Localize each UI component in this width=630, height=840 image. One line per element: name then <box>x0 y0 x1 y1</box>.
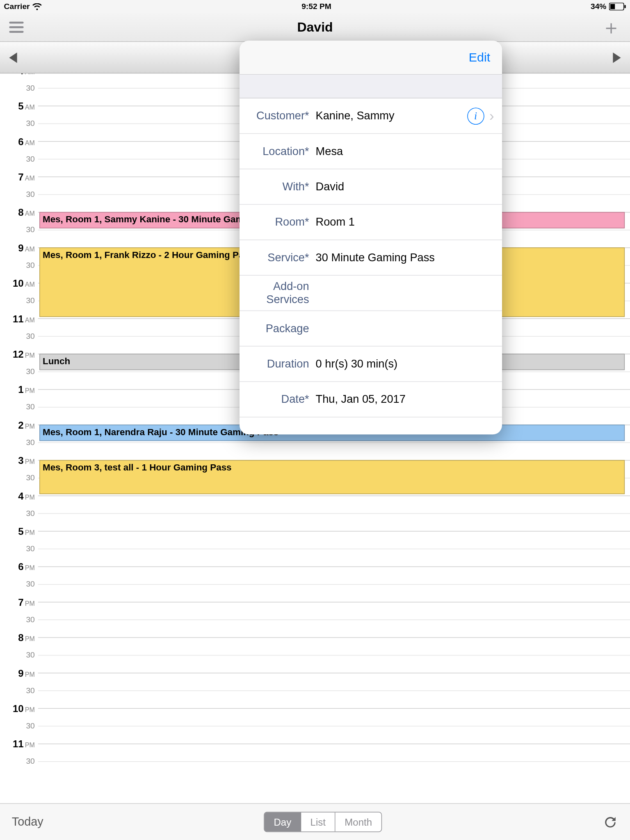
detail-row: Service*30 Minute Gaming Pass <box>240 240 502 276</box>
edit-button[interactable]: Edit <box>469 50 490 64</box>
detail-row-value: David <box>316 180 494 193</box>
half-hour-label: 30 <box>0 544 35 553</box>
hour-label: 6AM <box>0 136 35 147</box>
battery-percent: 34% <box>591 2 606 11</box>
carrier-label: Carrier <box>4 2 30 11</box>
detail-row-label: Service* <box>251 251 316 264</box>
half-hour-label: 30 <box>0 83 35 92</box>
battery-icon <box>609 2 626 10</box>
wifi-icon <box>32 3 42 10</box>
bottom-toolbar: Today DayListMonth <box>0 803 630 840</box>
add-button[interactable]: ＋ <box>601 17 621 37</box>
detail-row: Date*Thu, Jan 05, 2017 <box>240 382 502 417</box>
nav-bar: David ＋ <box>0 13 630 42</box>
calendar-event[interactable]: Mes, Room 3, test all - 1 Hour Gaming Pa… <box>39 460 625 494</box>
hour-label: 4PM <box>0 490 35 501</box>
segment-month[interactable]: Month <box>336 813 381 831</box>
detail-row-value: Thu, Jan 05, 2017 <box>316 393 494 406</box>
popover-section-gap <box>240 75 502 98</box>
hour-label: 10PM <box>0 703 35 714</box>
hour-label: 6PM <box>0 561 35 572</box>
detail-row-value: 0 hr(s) 30 min(s) <box>316 357 494 370</box>
detail-row: Duration0 hr(s) 30 min(s) <box>240 347 502 382</box>
half-hour-label: 30 <box>0 757 35 766</box>
half-hour-label: 30 <box>0 367 35 376</box>
half-hour-label: 30 <box>0 438 35 447</box>
detail-row-label: Package <box>251 322 316 335</box>
hour-label: 2PM <box>0 419 35 430</box>
hour-label: 9PM <box>0 667 35 678</box>
half-hour-label: 30 <box>0 260 35 269</box>
hour-label: 12PM <box>0 349 35 360</box>
svg-rect-1 <box>610 4 615 9</box>
half-hour-label: 30 <box>0 154 35 163</box>
detail-row-value: Room 1 <box>316 216 494 229</box>
today-button[interactable]: Today <box>12 815 43 829</box>
detail-row-label: Add-on Services <box>251 280 316 306</box>
half-hour-label: 30 <box>0 119 35 128</box>
view-segmented-control[interactable]: DayListMonth <box>264 812 382 832</box>
hour-label: 1PM <box>0 384 35 395</box>
half-hour-label: 30 <box>0 721 35 730</box>
detail-row: Add-on Services <box>240 276 502 311</box>
detail-row-label: Location* <box>251 145 316 158</box>
detail-row-label: Date* <box>251 393 316 406</box>
detail-row-value: Kanine, Sammy <box>316 109 467 122</box>
refresh-button[interactable] <box>603 814 618 830</box>
segment-day[interactable]: Day <box>265 813 301 831</box>
status-time: 9:52 PM <box>301 2 331 11</box>
hour-label: 3PM <box>0 455 35 466</box>
half-hour-label: 30 <box>0 651 35 660</box>
hour-label: 7AM <box>0 171 35 183</box>
detail-row: Location*Mesa <box>240 134 502 169</box>
hour-label: 4AM <box>0 73 35 76</box>
prev-day-button[interactable] <box>9 52 17 63</box>
hour-label: 5AM <box>0 100 35 112</box>
detail-row[interactable]: Customer*Kanine, Sammyi› <box>240 98 502 134</box>
half-hour-label: 30 <box>0 402 35 411</box>
detail-row-label: Duration <box>251 357 316 370</box>
half-hour-label: 30 <box>0 225 35 234</box>
detail-row-value: Mesa <box>316 145 494 158</box>
popover-body[interactable]: Customer*Kanine, Sammyi›Location*MesaWit… <box>240 98 502 434</box>
hour-label: 7PM <box>0 596 35 607</box>
hour-label: 11AM <box>0 313 35 324</box>
hour-label: 8PM <box>0 632 35 643</box>
chevron-right-icon: › <box>489 107 494 125</box>
detail-row: Package <box>240 311 502 346</box>
half-hour-label: 30 <box>0 580 35 589</box>
half-hour-label: 30 <box>0 331 35 340</box>
status-bar: Carrier 9:52 PM 34% <box>0 0 630 13</box>
detail-row-label: Room* <box>251 216 316 229</box>
half-hour-label: 30 <box>0 509 35 518</box>
segment-list[interactable]: List <box>301 813 336 831</box>
detail-row: With*David <box>240 169 502 205</box>
half-hour-label: 30 <box>0 189 35 199</box>
detail-row-label: Customer* <box>251 109 316 122</box>
menu-button[interactable] <box>9 22 23 33</box>
half-hour-label: 30 <box>0 686 35 695</box>
svg-rect-2 <box>624 5 625 8</box>
popover-header: Edit <box>240 41 502 75</box>
hour-label: 8AM <box>0 207 35 218</box>
detail-row-label: With* <box>251 180 316 193</box>
detail-row: Room*Room 1 <box>240 205 502 240</box>
info-icon[interactable]: i <box>467 107 484 125</box>
half-hour-label: 30 <box>0 473 35 482</box>
next-day-button[interactable] <box>613 52 621 63</box>
half-hour-label: 30 <box>0 615 35 624</box>
hour-label: 10AM <box>0 278 35 289</box>
detail-row-value: 30 Minute Gaming Pass <box>316 251 494 264</box>
page-title: David <box>0 20 630 35</box>
hour-label: 9AM <box>0 242 35 253</box>
hour-label: 11PM <box>0 738 35 749</box>
appointment-detail-popover: Edit Customer*Kanine, Sammyi›Location*Me… <box>240 41 502 434</box>
half-hour-label: 30 <box>0 296 35 305</box>
hour-label: 5PM <box>0 526 35 537</box>
